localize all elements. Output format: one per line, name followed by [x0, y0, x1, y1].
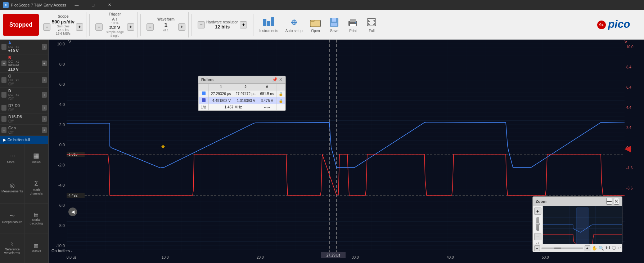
zoom-minimize[interactable]: — — [606, 198, 612, 205]
app-title: PicoScope 7 T&M Early Access — [11, 3, 66, 7]
serial-decoding-button[interactable]: ▤ Serial decoding — [25, 204, 48, 233]
stopped-button[interactable]: Stopped — [3, 14, 39, 36]
channel-b-minus[interactable]: − — [1, 61, 6, 66]
zoom-h-slider[interactable] — [541, 248, 583, 249]
scope-area[interactable]: 10.0 8.0 6.0 4.0 2.0 0.0 -2.0 -4.0 -6.0 … — [49, 40, 644, 263]
svg-text:2.4: 2.4 — [626, 126, 631, 130]
svg-rect-7 — [310, 20, 320, 27]
channel-gen-plus[interactable]: + — [42, 127, 47, 133]
masks-button[interactable]: ▨ Masks — [25, 233, 48, 263]
zoom-bottom-minus[interactable]: − — [534, 245, 540, 251]
channel-d-minus[interactable]: − — [1, 92, 6, 98]
channel-c-minus[interactable]: − — [1, 77, 6, 83]
channel-a-plus[interactable]: + — [42, 44, 47, 50]
channel-gen-minus[interactable]: − — [1, 127, 6, 133]
channel-a-minus[interactable]: − — [1, 44, 6, 50]
channel-d-name: D — [8, 89, 40, 93]
views-button[interactable]: ▦ Views — [25, 144, 48, 172]
channel-c-plus[interactable]: + — [42, 77, 47, 83]
rulers-row2-val2: -1.016393 V — [233, 97, 258, 104]
channel-d15d8-name: D15-D8 — [8, 115, 40, 119]
views-label: Views — [32, 160, 41, 164]
close-button[interactable]: ✕ — [102, 0, 118, 10]
trigger-minus[interactable]: − — [95, 23, 103, 31]
zoom-hand-button[interactable]: ✋ — [592, 246, 597, 251]
views-icon: ▦ — [33, 152, 39, 160]
sidebar-icons: ⋯ More... ▦ Views ◎ Measurements Σ Math … — [0, 144, 48, 263]
svg-text:10.0: 10.0 — [57, 42, 65, 46]
scope-timebase-minus[interactable]: − — [43, 23, 50, 31]
zoom-out-button[interactable]: − — [534, 233, 541, 240]
more-button[interactable]: ⋯ More... — [0, 144, 25, 172]
measurements-label: Measurements — [1, 190, 23, 193]
instruments-button[interactable]: Instruments — [256, 12, 281, 37]
open-button[interactable]: Open — [307, 12, 324, 37]
channel-a-dc: DC x1 — [8, 45, 40, 49]
svg-text:6.4: 6.4 — [626, 85, 631, 89]
zoom-magnify-button[interactable]: 🔍 — [599, 246, 604, 251]
scope-group: Scope − 500 μs/div Samples 78.1 kS 15.6 … — [40, 12, 86, 37]
full-icon — [366, 17, 377, 28]
channel-b-plus[interactable]: + — [42, 61, 47, 66]
channel-d7d0-minus[interactable]: − — [1, 105, 6, 111]
rulers-row1-lock[interactable]: 🔒 — [276, 90, 285, 97]
trigger-plus[interactable]: + — [127, 23, 134, 31]
zoom-undo-button[interactable]: ↩ — [617, 246, 621, 250]
hw-res-minus[interactable]: − — [198, 21, 205, 28]
zoom-slider[interactable] — [536, 217, 539, 231]
math-channels-button[interactable]: Σ Math channels — [25, 172, 48, 204]
channel-d-plus[interactable]: + — [42, 92, 47, 98]
hw-res-plus[interactable]: + — [240, 21, 247, 28]
channel-d7d0-plus[interactable]: + — [42, 105, 47, 111]
serial-decoding-icon: ▤ — [34, 211, 39, 217]
zoom-thumb[interactable] — [536, 223, 540, 225]
reference-waveforms-label: Reference waveforms — [1, 248, 23, 255]
masks-label: Masks — [32, 249, 41, 253]
save-button[interactable]: Save — [325, 12, 343, 37]
scope-sample-rate: 15.6 MS/s — [52, 32, 75, 35]
scope-timebase-value: 500 μs/div — [52, 19, 75, 24]
svg-text:6.0: 6.0 — [59, 82, 65, 86]
rulers-col-delta: Δ — [258, 84, 276, 90]
auto-setup-icon — [288, 17, 300, 28]
hw-res-value: 12 bits — [206, 24, 239, 30]
rulers-row2-lock[interactable]: 🔒 — [276, 97, 285, 104]
open-icon — [310, 17, 321, 28]
pico-badge[interactable]: 9+ — [597, 21, 606, 29]
zoom-h-thumb[interactable] — [554, 248, 561, 249]
waveform-plus[interactable]: + — [178, 23, 185, 31]
rulers-row1-swatch — [199, 90, 209, 97]
zoom-ratio-label: 1:1 — [605, 246, 611, 250]
minimize-button[interactable]: — — [68, 0, 85, 10]
svg-text:-2.0: -2.0 — [58, 163, 65, 167]
trigger-value: 2.2 V — [104, 25, 126, 30]
rulers-row2-swatch — [199, 97, 209, 104]
instruments-label: Instruments — [259, 29, 278, 33]
svg-point-14 — [355, 22, 356, 23]
hardware-resolution-group: − Hardware resolution 12 bits + — [195, 12, 251, 37]
buffers-bar[interactable]: ▶ On buffers full — [0, 136, 48, 144]
trigger-label: Trigger — [109, 12, 121, 16]
print-icon — [347, 17, 359, 28]
zoom-bottom-plus[interactable]: + — [585, 245, 590, 251]
reference-waveforms-button[interactable]: ⌇ Reference waveforms — [0, 233, 25, 263]
print-button[interactable]: Print — [344, 12, 361, 37]
zoom-in-button[interactable]: + — [534, 208, 541, 215]
rulers-pin[interactable]: 📌 — [272, 77, 278, 82]
full-button[interactable]: Full — [363, 12, 380, 37]
channel-d15d8-plus[interactable]: + — [42, 116, 47, 122]
rulers-close[interactable]: ✕ — [279, 77, 283, 82]
waveform-minus[interactable]: − — [147, 23, 154, 31]
channel-d-off: Off — [8, 97, 40, 101]
channel-d15d8-minus[interactable]: − — [1, 116, 6, 122]
zoom-info-button[interactable]: ⓘ — [612, 245, 616, 251]
measurements-button[interactable]: ◎ Measurements — [0, 172, 25, 204]
maximize-button[interactable]: □ — [85, 0, 102, 10]
deep-measure-button[interactable]: 〜 DeepMeasure — [0, 204, 25, 233]
scope-label: Scope — [58, 14, 68, 18]
scope-timebase-plus[interactable]: + — [76, 23, 83, 31]
zoom-close[interactable]: ✕ — [614, 198, 619, 205]
svg-text:-1.6: -1.6 — [626, 166, 633, 170]
nav-left-arrow[interactable]: ◀ — [68, 208, 77, 216]
auto-setup-button[interactable]: Auto setup — [283, 12, 306, 37]
